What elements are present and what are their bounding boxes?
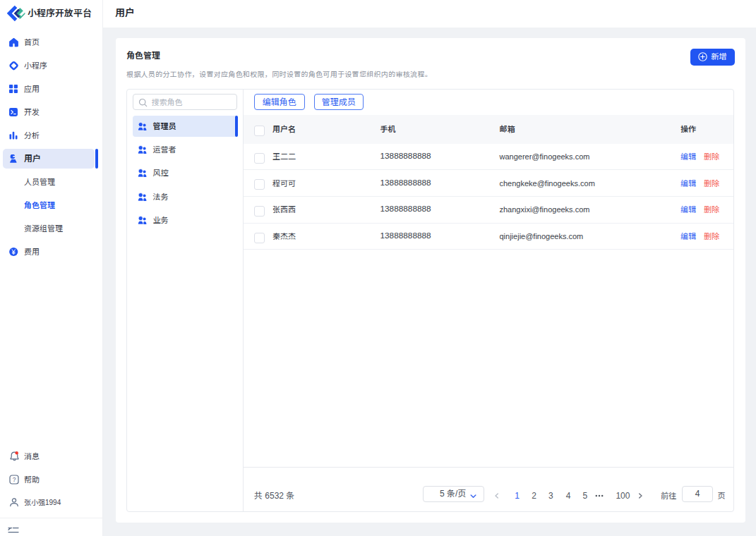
svg-text:?: ? xyxy=(13,476,16,483)
